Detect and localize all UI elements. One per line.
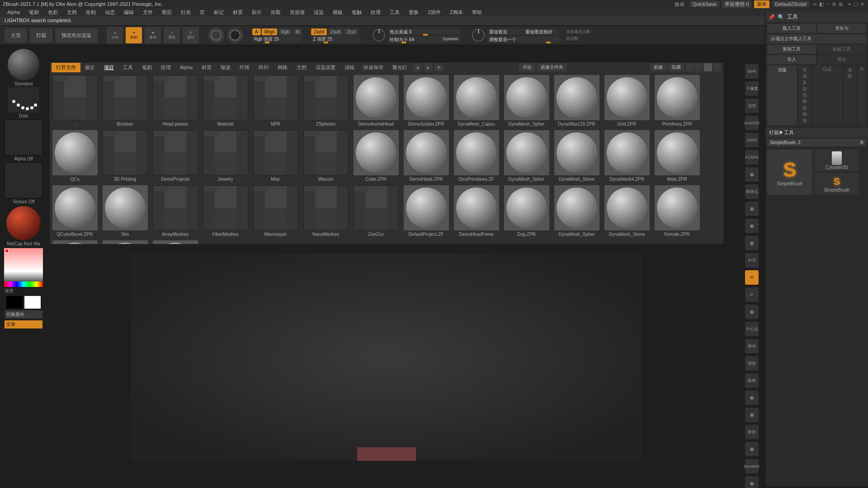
alternate-button[interactable]: 交替 xyxy=(5,320,42,328)
lb-tab-spotlight[interactable]: 聚光灯 xyxy=(388,63,412,72)
shelf-icon-1[interactable]: 子像素 xyxy=(745,81,759,96)
lb-tab-noise[interactable]: 噪波 xyxy=(216,63,235,72)
tool-slot-3[interactable]: S SimpleBrush xyxy=(814,173,859,195)
ui-transparency[interactable]: 界面透明 0 xyxy=(722,0,751,8)
quicksave-button[interactable]: QuickSave xyxy=(690,1,719,7)
lightbox-item[interactable]: Female.ZPR xyxy=(654,185,700,237)
menu-item[interactable]: 笔刷 xyxy=(24,8,43,17)
lb-start-button[interactable]: 开始 xyxy=(519,63,535,71)
dynamesh-toggle[interactable] xyxy=(227,27,243,43)
focal-shift-slider[interactable]: 焦点衰减 0 xyxy=(388,28,460,35)
lb-tab-brush[interactable]: 笔刷 xyxy=(137,63,156,72)
s-dial-icon[interactable] xyxy=(373,29,385,42)
adjust-last-slider[interactable]: 调整最后一个 xyxy=(487,36,560,42)
color-picker[interactable] xyxy=(4,248,43,287)
lightbox-item[interactable]: Wacom xyxy=(302,130,349,182)
pin-icon[interactable]: 📌 xyxy=(768,14,775,20)
lightbox-item[interactable]: DynaMesh_Spher xyxy=(503,75,550,127)
lb-tab-material[interactable]: 材质 xyxy=(197,63,216,72)
zadd-chip[interactable]: Zadd xyxy=(311,28,327,35)
lightbox-item[interactable]: QCu xyxy=(52,130,98,182)
lightbox-item[interactable]: 3D Printing xyxy=(102,130,148,182)
lightbox-item[interactable]: ZeeZoo xyxy=(353,185,399,237)
menu-item[interactable]: Z脚本 xyxy=(445,8,467,17)
scale-mode-button[interactable]: ⤢缩放 xyxy=(164,27,180,43)
lightbox-item[interactable]: DynaMesh_Spher xyxy=(553,185,600,237)
lightbox-item[interactable]: QCubeSmooth.ZF xyxy=(102,240,148,244)
stroke-preview[interactable] xyxy=(8,87,39,113)
gradient-label[interactable]: 渐变 xyxy=(5,288,14,294)
window-tool-icons[interactable]: ⇤◧↔⧉⊞ xyxy=(812,1,844,7)
lightbox-item[interactable]: Dog.ZPR xyxy=(503,185,550,237)
edit-mode-button[interactable]: ✎Edit xyxy=(107,27,123,43)
goz-button[interactable]: GoZ xyxy=(812,66,842,125)
lightbox-item[interactable]: Sim xyxy=(102,185,148,237)
lb-view1-icon[interactable] xyxy=(686,63,694,71)
menu-item[interactable]: 拾取 xyxy=(266,8,285,17)
import-button[interactable]: 导入 xyxy=(767,55,816,64)
menu-item[interactable]: 文档 xyxy=(62,8,81,17)
shelf-icon-24[interactable]: ▦ xyxy=(745,476,759,488)
rgb-chip[interactable]: Rgb xyxy=(278,28,292,35)
preview-bool-render[interactable]: 预览布尔渲染 xyxy=(55,28,98,42)
rotate-mode-button[interactable]: ↻旋转 xyxy=(183,27,199,43)
lb-tab-doc[interactable]: 文档 xyxy=(292,63,311,72)
secondary-color-swatch[interactable] xyxy=(24,296,41,309)
m-chip[interactable]: M xyxy=(293,28,302,35)
lb-prev-icon[interactable]: ◄ xyxy=(413,63,422,71)
menu-button[interactable]: 菜单 xyxy=(754,0,769,8)
menu-item[interactable]: 文件 xyxy=(138,8,157,17)
export-button[interactable]: 导出 xyxy=(817,55,866,64)
menu-item[interactable]: 影片 xyxy=(247,8,266,17)
a-chip[interactable]: A xyxy=(252,28,261,35)
menu-item[interactable]: 材质 xyxy=(228,8,247,17)
window-controls[interactable]: ━▢✕ xyxy=(846,1,865,7)
redo-rel-button[interactable]: 重做最后相对 xyxy=(524,28,559,35)
shelf-icon-13[interactable]: ⟳ xyxy=(745,287,759,302)
lightbox-item[interactable]: Material xyxy=(202,75,249,127)
lb-tab-recent[interactable]: 最近 xyxy=(80,63,99,72)
menu-item[interactable]: 编辑 xyxy=(119,8,138,17)
lb-tab-project[interactable]: 项目 xyxy=(99,63,118,72)
lb-new-button[interactable]: 新建 xyxy=(650,63,666,71)
menu-item[interactable]: 宏 xyxy=(195,8,209,17)
lb-eye-icon[interactable]: 👁 xyxy=(434,63,443,71)
alpha-slot[interactable] xyxy=(5,119,42,155)
shelf-icon-19[interactable]: ▦ xyxy=(745,390,759,405)
default-zscript[interactable]: DefaultZScript xyxy=(772,1,809,7)
shelf-icon-2[interactable]: 冻结 xyxy=(745,99,759,113)
lightbox-item[interactable]: DemoProjects xyxy=(152,130,198,182)
menu-item[interactable]: 渲染 xyxy=(309,8,328,17)
d-dial-icon[interactable] xyxy=(472,29,485,42)
copy-tool-button[interactable]: 复制工具 xyxy=(767,45,816,54)
menu-item[interactable]: 首选项 xyxy=(285,8,309,17)
shelf-icon-15[interactable]: 中心点 xyxy=(745,322,759,336)
menu-item[interactable]: 标记 xyxy=(209,8,228,17)
menu-item[interactable]: Alpha xyxy=(3,9,24,16)
lb-view4-icon[interactable] xyxy=(713,63,721,71)
lb-tab-alpha[interactable]: Alpha xyxy=(175,63,197,71)
menu-item[interactable]: Z插件 xyxy=(423,8,445,17)
lightbox-item[interactable]: DemoHeadFema xyxy=(453,185,500,237)
r-button[interactable]: R xyxy=(858,66,866,125)
brush-preview[interactable] xyxy=(8,49,39,80)
lightbox-item[interactable]: DynaMesh_Stone xyxy=(604,185,650,237)
menu-item[interactable]: 变换 xyxy=(404,8,423,17)
draw-mode-button[interactable]: ✦绘制 xyxy=(126,27,142,43)
lightbox-item[interactable]: DynaWax128.ZPR xyxy=(553,75,600,127)
zsub-chip[interactable]: Zsub xyxy=(328,28,343,35)
shelf-icon-14[interactable]: ▦ xyxy=(745,305,759,319)
shelf-icon-9[interactable]: ▦ xyxy=(745,219,759,233)
lb-next-icon[interactable]: ► xyxy=(424,63,433,71)
shelf-icon-16[interactable]: 移动 xyxy=(745,339,759,353)
lightbox-item[interactable]: NanoMeshes xyxy=(302,185,349,237)
lb-open-file[interactable]: 打开文件 xyxy=(52,63,80,72)
load-from-project-button[interactable]: 从项目文件载入工具 xyxy=(767,34,866,43)
mrgb-chip[interactable]: Mrgb xyxy=(262,28,278,35)
sculptris-toggle[interactable] xyxy=(208,27,224,43)
shelf-icon-20[interactable]: ▦ xyxy=(745,408,759,422)
rgb-intensity-slider[interactable]: Rgb 强度 25 xyxy=(252,36,302,42)
menu-item[interactable]: 图层 xyxy=(157,8,176,17)
lightbox-button[interactable]: 灯箱 xyxy=(30,28,52,42)
draw-size-slider[interactable]: 绘制大小 64Dynamic xyxy=(388,36,460,42)
